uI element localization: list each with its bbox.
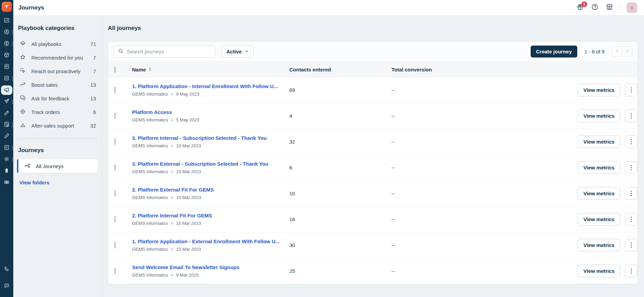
nav-item-forms[interactable] (0, 142, 13, 154)
row-checkbox[interactable] (115, 242, 115, 248)
products-icon (3, 52, 10, 60)
row-menu-button[interactable] (625, 239, 637, 251)
nav-item-campaigns[interactable] (0, 84, 13, 96)
row-menu-button[interactable] (625, 110, 637, 122)
sidebar-item-ask-for-feedback[interactable]: Ask for feedback 13 (13, 92, 102, 105)
sidebar-item-reach-out-proactively[interactable]: Reach out proactively 7 (13, 64, 102, 78)
nav-item-outreach[interactable] (0, 96, 13, 108)
journey-date: 9 Mar 2023 (176, 273, 198, 278)
rocket-icon (3, 167, 10, 175)
view-metrics-button[interactable]: View metrics (578, 187, 620, 200)
row-checkbox[interactable] (115, 268, 115, 274)
total-conversion-value: -- (391, 165, 578, 170)
journey-date: 5 May 2023 (176, 117, 199, 122)
journey-name-link[interactable]: 3. Platform External - Subscription Sele… (132, 161, 289, 167)
row-checkbox[interactable] (115, 87, 115, 93)
search-input[interactable] (126, 48, 212, 55)
nav-item-rocket[interactable] (0, 165, 13, 177)
whats-new-button[interactable]: 1 (576, 4, 584, 12)
journey-meta: GEMS Informatics 9 May 2023 (132, 92, 289, 97)
sort-icon[interactable] (148, 67, 152, 72)
nav-item-labs[interactable] (0, 177, 13, 188)
view-metrics-button[interactable]: View metrics (578, 213, 620, 226)
journey-name-link[interactable]: 2. Platform Internal Fit For GEMS (132, 213, 289, 218)
journey-owner: GEMS Informatics (132, 117, 168, 122)
next-page-button[interactable] (622, 46, 632, 57)
sidebar-item-after-sales-support[interactable]: After-sales support 32 (13, 119, 102, 132)
select-all-checkbox[interactable] (115, 66, 115, 73)
view-metrics-button[interactable]: View metrics (578, 110, 620, 122)
contacts-icon (3, 29, 10, 36)
sidebar-item-recommended-for-you[interactable]: Recommended for you 7 (13, 51, 102, 64)
row-checkbox[interactable] (115, 113, 115, 119)
sidebar-item-track-orders[interactable]: Track orders 6 (13, 105, 102, 119)
kebab-icon (12, 90, 13, 91)
nav-item-phone[interactable] (0, 261, 13, 278)
help-button[interactable] (591, 4, 599, 12)
nav-item-edit[interactable] (0, 131, 13, 142)
view-metrics-button[interactable]: View metrics (578, 161, 620, 174)
journey-owner: GEMS Informatics (132, 221, 168, 226)
row-checkbox[interactable] (115, 164, 115, 171)
journey-name-link[interactable]: 3. Platform Internal - Subscription Sele… (132, 135, 289, 141)
sidebar-item-boost-sales[interactable]: Boost sales 13 (13, 78, 102, 92)
row-checkbox[interactable] (115, 190, 115, 197)
row-menu-button[interactable] (625, 265, 637, 277)
view-folders-link[interactable]: View folders (19, 180, 49, 185)
nav-item-documents[interactable] (0, 61, 13, 73)
status-filter-dropdown[interactable]: Active (222, 46, 254, 57)
nav-item-dashboard[interactable] (0, 15, 13, 27)
journey-name-link[interactable]: 2. Platform External Fit For GEMS (132, 187, 289, 193)
category-label: All playbooks (31, 41, 61, 47)
contacts-entered-value: 6 (289, 165, 391, 170)
category-count: 71 (90, 41, 96, 47)
row-checkbox[interactable] (115, 216, 115, 222)
create-journey-button[interactable]: Create journey (531, 46, 577, 57)
journey-name-link[interactable]: 1. Platform Application - External Enrol… (132, 238, 289, 244)
nav-item-chat[interactable] (0, 278, 13, 295)
journey-name-link[interactable]: 1. Platform Application - Internal Enrol… (132, 83, 289, 89)
dot-separator-icon (171, 197, 173, 199)
previous-page-button[interactable] (612, 46, 622, 57)
journey-name-link[interactable]: Send Welcome Email To Newsletter Signups (132, 264, 289, 270)
nav-item-design[interactable] (0, 108, 13, 119)
kebab-icon (12, 148, 13, 149)
kebab-icon (631, 219, 632, 220)
nav-item-deals[interactable] (0, 38, 13, 50)
nav-item-products[interactable] (0, 50, 13, 61)
row-menu-button[interactable] (625, 213, 637, 226)
app-logo-icon[interactable] (2, 2, 12, 12)
marketplace-button[interactable] (605, 4, 613, 12)
view-metrics-button[interactable]: View metrics (578, 84, 620, 96)
nav-item-templates[interactable] (0, 119, 13, 131)
column-header-contacts: Contacts entered (289, 67, 391, 72)
column-header-name[interactable]: Name (132, 67, 146, 72)
feedback-icon (19, 95, 31, 102)
view-metrics-button[interactable]: View metrics (578, 239, 620, 251)
contacts-entered-value: 16 (289, 216, 391, 222)
total-conversion-value: -- (391, 268, 578, 274)
view-metrics-button[interactable]: View metrics (578, 135, 620, 148)
nav-item-lists[interactable] (0, 73, 13, 84)
nav-item-settings[interactable] (0, 154, 13, 165)
category-count: 13 (90, 96, 96, 101)
row-menu-button[interactable] (625, 135, 637, 148)
playbook-category-list: All playbooks 71 Recommended for you 7 R… (13, 37, 102, 132)
row-checkbox[interactable] (115, 138, 115, 145)
row-menu-button[interactable] (625, 84, 637, 96)
nav-item-contacts[interactable] (0, 27, 13, 38)
sidebar-item-all-journeys[interactable]: All Journeys (17, 159, 98, 173)
row-menu-button[interactable] (625, 161, 637, 174)
sidebar-item-all-playbooks[interactable]: All playbooks 71 (13, 37, 102, 51)
user-avatar[interactable]: G (627, 2, 637, 13)
total-conversion-value: -- (391, 216, 578, 222)
journey-name-link[interactable]: Platform Access (132, 109, 289, 115)
column-header-conversion: Total conversion (391, 67, 578, 72)
header-divider (620, 4, 620, 12)
journeys-section-title: Journeys (18, 147, 97, 154)
category-count: 13 (90, 82, 96, 88)
total-conversion-value: -- (391, 113, 578, 119)
row-menu-button[interactable] (625, 187, 637, 200)
journey-meta: GEMS Informatics 15 Mar 2023 (132, 169, 289, 174)
view-metrics-button[interactable]: View metrics (578, 265, 620, 277)
